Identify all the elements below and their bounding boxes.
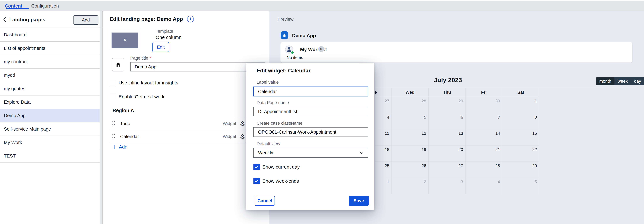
- data-page-label: Data Page name: [257, 100, 289, 105]
- calendar-view-month[interactable]: month: [596, 77, 614, 85]
- page-title: Edit landing page: Demo App: [110, 16, 183, 22]
- sidebar-item[interactable]: My Work: [0, 136, 100, 149]
- calendar-day-number: 8: [502, 113, 539, 120]
- data-page-input[interactable]: [253, 107, 368, 116]
- landing-pages-sidebar: Landing pages Add DashboardList of appoi…: [0, 11, 103, 224]
- modal-option-row[interactable]: Show current day: [254, 164, 300, 170]
- calendar-view-week[interactable]: week: [614, 77, 631, 85]
- preview-label: Preview: [278, 17, 294, 22]
- calendar-day-number: 28: [392, 97, 428, 103]
- info-icon[interactable]: i: [187, 16, 194, 23]
- region-widget-row: CalendarWidget⚙: [110, 130, 246, 143]
- calendar-day-cell[interactable]: 22: [502, 146, 539, 162]
- save-button[interactable]: Save: [349, 196, 369, 206]
- tab-configuration[interactable]: Configuration: [31, 3, 59, 9]
- calendar-day-cell[interactable]: 27: [428, 162, 466, 178]
- editor-option-checkbox[interactable]: [110, 80, 116, 86]
- default-view-select[interactable]: Weekly: [253, 148, 368, 158]
- label-value-input[interactable]: [253, 86, 368, 96]
- calendar-view-day[interactable]: day: [631, 77, 644, 85]
- calendar-day-cell[interactable]: 19: [392, 146, 428, 162]
- calendar-day-cell[interactable]: 13: [428, 129, 466, 146]
- calendar-day-cell[interactable]: 6: [428, 113, 466, 129]
- calendar-day-cell[interactable]: 5: [392, 113, 428, 129]
- sidebar-item[interactable]: my contract: [0, 55, 100, 69]
- gear-icon[interactable]: ⚙: [240, 134, 245, 140]
- sidebar-item[interactable]: my quotes: [0, 82, 100, 95]
- calendar-day-number: 20: [428, 146, 465, 152]
- calendar-day-cell[interactable]: 4: [466, 178, 502, 194]
- calendar-day-cell[interactable]: 2: [392, 178, 428, 194]
- calendar-day-number: 6: [428, 113, 465, 120]
- calendar-day-cell[interactable]: 8: [502, 113, 539, 129]
- editor-option-row[interactable]: Use inline layout for insights: [110, 80, 178, 86]
- gear-icon[interactable]: ⚙: [240, 121, 245, 127]
- calendar-day-cell[interactable]: 29: [502, 162, 539, 178]
- calendar-day-number: 4: [466, 178, 502, 184]
- sidebar-item[interactable]: Demo App: [0, 109, 100, 123]
- modal-option-checkbox[interactable]: [254, 178, 260, 184]
- page-icon-button[interactable]: [112, 58, 124, 71]
- sidebar-item[interactable]: Dashboard: [0, 28, 100, 42]
- calendar-day-cell[interactable]: 7: [466, 113, 502, 129]
- sidebar-scrollbar[interactable]: [100, 11, 102, 224]
- template-thumbnail[interactable]: A: [110, 28, 140, 49]
- drag-handle-icon[interactable]: [112, 121, 116, 127]
- region-widget-row: TodoWidget⚙: [110, 117, 246, 130]
- modal-option-checkbox[interactable]: [254, 164, 260, 170]
- calendar-day-cell[interactable]: 5: [502, 178, 539, 194]
- sidebar-item[interactable]: Self-service Main page: [0, 123, 100, 136]
- tab-content[interactable]: Content: [5, 3, 22, 9]
- cancel-button[interactable]: Cancel: [255, 196, 275, 206]
- sidebar-item[interactable]: Explore Data: [0, 95, 100, 109]
- widget-type-label: Widget: [223, 121, 236, 126]
- tab-content-label: Content: [5, 3, 22, 9]
- calendar-day-cell[interactable]: 14: [466, 129, 502, 146]
- calendar-view-toggle: monthweekday: [596, 77, 644, 85]
- calendar-day-cell[interactable]: 1: [502, 97, 539, 113]
- add-widget-link[interactable]: Add: [112, 144, 127, 150]
- editor-option-label: Use inline layout for insights: [118, 80, 178, 85]
- active-tab-underline: [6, 8, 29, 9]
- editor-header: Edit landing page: Demo App i: [110, 16, 194, 23]
- drag-handle-icon[interactable]: [112, 134, 116, 140]
- page-title-input[interactable]: [130, 62, 265, 71]
- calendar-day-cell[interactable]: 15: [502, 129, 539, 146]
- calendar-day-cell[interactable]: 3: [428, 178, 466, 194]
- sidebar-item-label: Demo App: [4, 113, 26, 118]
- calendar-day-number: 21: [466, 146, 502, 152]
- calendar-day-cell[interactable]: 29: [428, 97, 466, 113]
- calendar-day-cell[interactable]: 28: [392, 97, 428, 113]
- calendar-day-number: 12: [392, 129, 428, 136]
- page-title-label: Page title *: [130, 56, 151, 61]
- region-a-title: Region A: [112, 108, 134, 114]
- calendar-day-header: Thu: [428, 88, 466, 97]
- chevron-down-icon: [360, 151, 364, 155]
- calendar-day-cell[interactable]: 30: [466, 97, 502, 113]
- template-label: Template: [156, 29, 173, 34]
- calendar-day-number: 15: [502, 129, 539, 136]
- add-landing-page-button[interactable]: Add: [73, 15, 98, 25]
- calendar-day-cell[interactable]: 20: [428, 146, 466, 162]
- app-logo: [281, 31, 288, 39]
- checkmark-icon: [254, 165, 259, 169]
- template-edit-button[interactable]: Edit: [152, 42, 169, 52]
- sidebar-item[interactable]: mydd: [0, 69, 100, 82]
- editor-option-row[interactable]: Enable Get next work: [110, 93, 178, 100]
- case-class-input[interactable]: [253, 127, 368, 137]
- calendar-day-cell[interactable]: 12: [392, 129, 428, 146]
- calendar-day-number: 7: [466, 113, 502, 120]
- modal-option-row[interactable]: Show week-ends: [254, 178, 300, 184]
- back-chevron-icon[interactable]: [2, 16, 8, 23]
- sidebar-item[interactable]: TEST: [0, 149, 100, 163]
- plus-icon: [112, 145, 117, 149]
- calendar-day-number: 5: [392, 113, 428, 120]
- editor-option-checkbox[interactable]: [110, 93, 116, 100]
- calendar-day-cell[interactable]: 28: [466, 162, 502, 178]
- calendar-day-cell[interactable]: 21: [466, 146, 502, 162]
- status-dot: [291, 51, 294, 54]
- sidebar-item[interactable]: List of appointments: [0, 42, 100, 55]
- sidebar-item-label: Explore Data: [4, 99, 31, 105]
- sidebar-item-label: Self-service Main page: [4, 127, 51, 132]
- calendar-day-cell[interactable]: 26: [392, 162, 428, 178]
